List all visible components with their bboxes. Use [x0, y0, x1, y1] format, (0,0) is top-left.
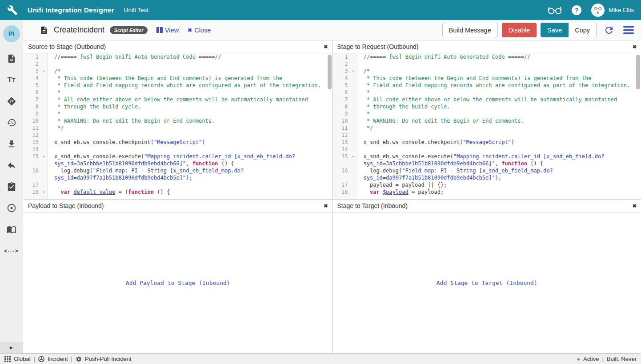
fold-arrow-icon[interactable]: ▾ [350, 68, 357, 75]
code-text[interactable]: //===== [ws] Begin Unifi Auto Generated … [48, 53, 333, 60]
code-line[interactable]: 13x_snd_eb.ws_console.checkpoint("Messag… [333, 139, 641, 146]
code-line[interactable]: 3▾/* [24, 68, 333, 75]
save-button[interactable]: Save [541, 23, 569, 37]
code-line[interactable]: 10 * WARNING: Do not edit the Begin or E… [24, 117, 333, 124]
sidebar-collapse-button[interactable]: ▶ [0, 342, 23, 353]
view-button[interactable]: View [156, 27, 179, 34]
code-line[interactable]: 8 * through the build cycle. [24, 103, 333, 110]
code-text[interactable] [48, 60, 333, 68]
add-payload-to-stage-link[interactable]: Add Payload to Stage (Inbound) [126, 280, 230, 286]
refresh-button[interactable] [604, 25, 614, 36]
code-text[interactable]: * [48, 89, 333, 96]
code-line[interactable]: 17 [24, 181, 333, 188]
code-text[interactable]: * [48, 110, 333, 117]
code-line[interactable]: 11 */ [24, 124, 333, 132]
code-text[interactable]: * WARNING: Do not edit the Begin or End … [357, 117, 641, 124]
panel-close-button[interactable]: ✖ [324, 44, 328, 50]
sidebar-item-reply[interactable] [7, 160, 16, 170]
code-text[interactable] [48, 181, 333, 188]
code-text[interactable]: * [357, 110, 641, 117]
menu-button[interactable] [623, 26, 634, 34]
code-text[interactable]: * WARNING: Do not edit the Begin or End … [48, 117, 333, 124]
panel-close-button[interactable]: ✖ [633, 44, 637, 50]
code-text[interactable]: var $payload = payload; [357, 188, 641, 196]
app-label[interactable]: Incident [48, 356, 68, 362]
fold-arrow-icon[interactable]: ▾ [40, 153, 48, 167]
code-line[interactable]: 14 [333, 146, 641, 153]
code-text[interactable]: x_snd_eb.ws_console.checkpoint("MessageS… [48, 139, 333, 146]
panel-close-button[interactable]: ✖ [633, 203, 637, 209]
sidebar-item-text[interactable]: TT [7, 75, 16, 85]
code-line[interactable]: 5 * Field and Field mapping records whic… [24, 82, 333, 89]
code-text[interactable]: * through the build cycle. [357, 103, 641, 110]
fold-arrow-icon[interactable]: ▾ [40, 188, 48, 196]
sidebar-item-history[interactable] [7, 118, 16, 128]
user-menu[interactable]: Mike Ellis [591, 4, 634, 17]
code-line[interactable]: 1//===== [ws] Begin Unifi Auto Generated… [24, 53, 333, 60]
code-text[interactable]: * Field and Field mapping records which … [357, 82, 641, 89]
add-stage-to-target-link[interactable]: Add Stage to Target (Inbound) [437, 280, 537, 286]
code-line[interactable]: 7 * All code either above or below the c… [333, 96, 641, 103]
panel-close-button[interactable]: ✖ [324, 203, 328, 209]
code-line[interactable]: 6 * [24, 89, 333, 96]
code-line[interactable]: 15▾x_snd_eb.ws_console.execute("Mapping … [333, 153, 641, 167]
code-text[interactable]: * Field and Field mapping records which … [48, 82, 333, 89]
code-line[interactable]: 4 * This code (between the Begin and End… [24, 75, 333, 82]
code-line[interactable]: 18▾ var default_value = (function () { [24, 188, 333, 196]
fold-arrow-icon[interactable]: ▾ [350, 153, 357, 167]
sidebar-item-download[interactable] [7, 139, 16, 149]
code-text[interactable]: */ [48, 124, 333, 132]
code-line[interactable]: 1//===== [ws] Begin Unifi Auto Generated… [333, 53, 641, 60]
code-line[interactable]: 5 * Field and Field mapping records whic… [333, 82, 641, 89]
code-line[interactable]: 12 [24, 132, 333, 139]
vertical-scrollbar[interactable] [636, 55, 640, 89]
build-message-button[interactable]: Build Message [442, 23, 498, 37]
code-line[interactable]: 3▾/* [333, 68, 641, 75]
code-line[interactable]: 6 * [333, 89, 641, 96]
glasses-icon[interactable] [548, 6, 562, 15]
code-text[interactable] [357, 146, 641, 153]
code-line[interactable]: 8 * through the build cycle. [333, 103, 641, 110]
process-label[interactable]: Push-Pull Incident [85, 356, 132, 362]
code-text[interactable]: payload = payload || {}; [357, 181, 641, 188]
code-text[interactable]: * This code (between the Begin and End c… [357, 75, 641, 82]
code-text[interactable] [357, 132, 641, 139]
workspace-title[interactable]: Unifi Test [124, 7, 148, 13]
integration-avatar[interactable]: PI [3, 25, 20, 42]
sidebar-item-code[interactable]: <···> [7, 246, 16, 256]
code-line[interactable]: 9 * [24, 110, 333, 117]
code-line[interactable]: 16 log.debug("Field map: PI - String [x_… [24, 167, 333, 181]
code-line[interactable]: 4 * This code (between the Begin and End… [333, 75, 641, 82]
code-text[interactable]: x_snd_eb.ws_console.execute("Mapping inc… [48, 153, 333, 167]
code-text[interactable]: log.debug("Field map: PI - String [x_snd… [48, 167, 333, 181]
sidebar-item-documents[interactable] [7, 54, 16, 64]
close-button[interactable]: ✖ Close [188, 27, 211, 34]
code-line[interactable]: 13x_snd_eb.ws_console.checkpoint("Messag… [24, 139, 333, 146]
code-text[interactable] [48, 132, 333, 139]
code-text[interactable]: * All code either above or below the com… [357, 96, 641, 103]
code-editor[interactable]: 1//===== [ws] Begin Unifi Auto Generated… [24, 53, 333, 199]
scope-label[interactable]: Global [14, 356, 31, 362]
code-text[interactable] [357, 60, 641, 68]
code-text[interactable]: log.debug("Field map: PI - String [x_snd… [357, 167, 641, 181]
code-line[interactable]: 17 payload = payload || {}; [333, 181, 641, 188]
help-button[interactable]: ? [572, 5, 581, 15]
code-line[interactable]: 12 [333, 132, 641, 139]
code-text[interactable]: x_snd_eb.ws_console.execute("Mapping inc… [357, 153, 641, 167]
copy-button[interactable]: Copy [569, 23, 597, 37]
code-line[interactable]: 18 var $payload = payload; [333, 188, 641, 196]
code-line[interactable]: 11 */ [333, 124, 641, 132]
code-text[interactable]: /* [357, 68, 641, 75]
code-text[interactable]: x_snd_eb.ws_console.checkpoint("MessageS… [357, 139, 641, 146]
code-text[interactable]: * All code either above or below the com… [48, 96, 333, 103]
code-text[interactable] [48, 146, 333, 153]
code-line[interactable]: 9 * [333, 110, 641, 117]
code-text[interactable]: * This code (between the Begin and End c… [48, 75, 333, 82]
code-text[interactable]: //===== [ws] Begin Unifi Auto Generated … [357, 53, 641, 60]
code-line[interactable]: 7 * All code either above or below the c… [24, 96, 333, 103]
code-line[interactable]: 16 log.debug("Field map: PI - String [x_… [333, 167, 641, 181]
code-line[interactable]: 2 [333, 60, 641, 68]
sidebar-item-run[interactable] [7, 203, 16, 213]
disable-button[interactable]: Disable [502, 23, 537, 37]
code-text[interactable]: /* [48, 68, 333, 75]
